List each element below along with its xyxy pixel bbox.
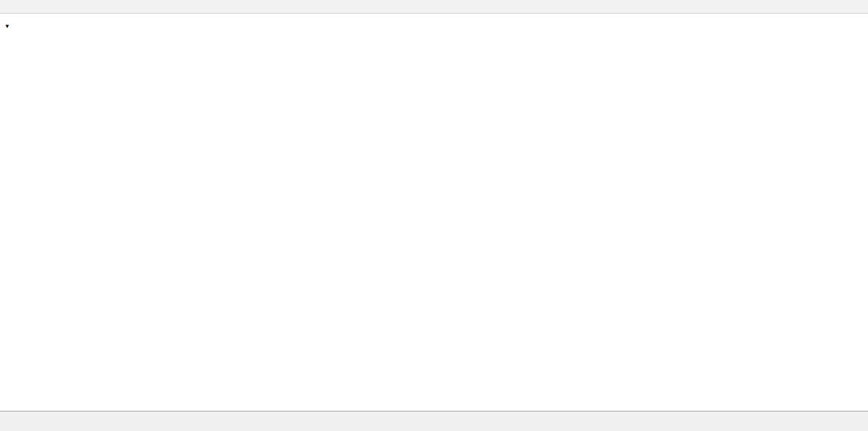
mt4-chart-window: ▼ (0, 0, 868, 431)
chart-canvas (0, 0, 868, 431)
symbol-dropdown-icon[interactable]: ▼ (4, 23, 10, 30)
chart-title: ▼ (4, 21, 19, 31)
